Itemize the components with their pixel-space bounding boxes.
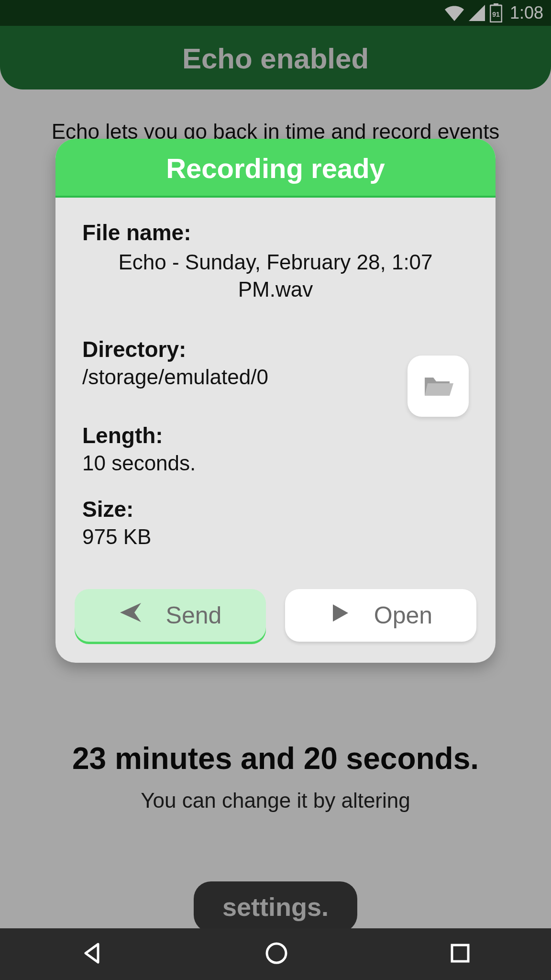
svg-point-3 [267, 944, 286, 963]
nav-bar [0, 928, 551, 980]
back-icon[interactable] [80, 941, 104, 967]
folder-icon [423, 373, 453, 400]
length-label: Length: [82, 423, 469, 448]
filename-value: Echo - Sunday, February 28, 1:07 PM.wav [82, 248, 469, 303]
dialog-header: Recording ready [55, 139, 496, 198]
size-value: 975 KB [82, 525, 469, 549]
svg-rect-4 [452, 945, 468, 961]
open-button[interactable]: Open [285, 589, 476, 642]
dialog-title: Recording ready [60, 152, 491, 184]
play-icon [329, 601, 350, 629]
browse-folder-button[interactable] [408, 356, 469, 417]
size-label: Size: [82, 496, 469, 522]
send-icon [119, 601, 142, 630]
directory-label: Directory: [82, 336, 469, 362]
recording-ready-dialog: Recording ready File name: Echo - Sunday… [55, 139, 496, 663]
open-button-label: Open [374, 601, 432, 629]
recent-apps-icon[interactable] [449, 942, 471, 966]
send-button-label: Send [166, 601, 222, 629]
home-icon[interactable] [264, 941, 289, 968]
filename-label: File name: [82, 220, 469, 245]
send-button[interactable]: Send [75, 589, 266, 642]
length-value: 10 seconds. [82, 451, 469, 475]
